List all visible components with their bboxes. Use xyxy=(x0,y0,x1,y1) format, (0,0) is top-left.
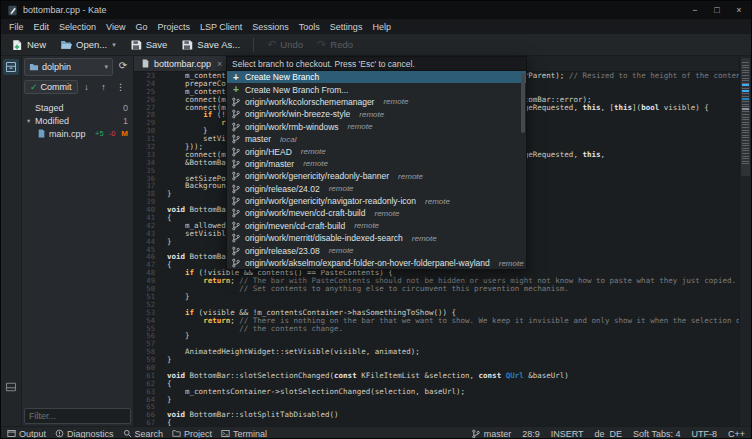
menu-projects[interactable]: Projects xyxy=(152,22,195,32)
menu-help[interactable]: Help xyxy=(367,22,396,32)
git-pull-button[interactable]: ↓ xyxy=(79,79,95,95)
project-selector-row: dolphin ▾ ⟳ xyxy=(24,58,131,76)
branch-item-origin-head[interactable]: origin/HEADremote xyxy=(227,145,526,157)
checkmark-icon: ✓ xyxy=(30,83,38,92)
menu-view[interactable]: View xyxy=(101,22,130,32)
menu-sessions[interactable]: Sessions xyxy=(247,22,294,32)
branch-item-origin-work-kcolorschememanager[interactable]: origin/work/kcolorschememanagerremote xyxy=(227,96,526,108)
branch-item-origin-release-23-08[interactable]: origin/release/23.08remote xyxy=(227,244,526,256)
branch-icon xyxy=(231,221,241,231)
create-branch-item-create-new-branch[interactable]: +Create New Branch xyxy=(227,71,526,83)
encoding[interactable]: UTF-8 xyxy=(691,429,717,439)
git-toolbar-row: ✓ Commit ↓ ↑ ⋮ xyxy=(24,78,131,96)
branch-label: Create New Branch xyxy=(245,72,319,82)
branch-scope-tag: remote xyxy=(425,197,450,206)
branch-item-origin-work-rmb-windows[interactable]: origin/work/rmb-windowsremote xyxy=(227,121,526,133)
branch-label: origin/HEAD xyxy=(245,147,292,157)
git-branch-status-label: master xyxy=(484,429,512,439)
redo-button: ↷Redo xyxy=(311,37,359,52)
branch-label: origin/work/kcolorschememanager xyxy=(245,97,374,107)
branch-scope-tag: remote xyxy=(412,234,437,243)
git-section-modified[interactable]: ▾Modified1 xyxy=(24,114,131,127)
git-file-label: main.cpp xyxy=(49,129,86,139)
code-line: } xyxy=(167,396,739,404)
project-filter-input[interactable] xyxy=(24,408,131,424)
branch-label: origin/work/genericity/navigator-readonl… xyxy=(245,196,416,206)
main-toolbar: NewOpen...▾SaveSave As...↶Undo↷Redo xyxy=(1,34,751,56)
dictionary[interactable]: de_DE xyxy=(595,429,623,439)
input-mode[interactable]: INSERT xyxy=(551,429,584,439)
status-bar: OutputDiagnosticsSearchProjectTerminal m… xyxy=(1,426,751,439)
branch-item-origin-work-merritt-disable-indexed-search[interactable]: origin/work/merritt/disable-indexed-sear… xyxy=(227,232,526,244)
tab-bottombar-cpp[interactable]: bottombar.cpp × xyxy=(134,56,230,71)
open-folder-icon xyxy=(60,39,72,51)
save-as-button[interactable]: Save As... xyxy=(175,37,246,53)
statusbar-panel-diagnostics[interactable]: Diagnostics xyxy=(55,429,114,439)
branch-item-master[interactable]: masterlocal xyxy=(227,133,526,145)
git-section-count: 0 xyxy=(123,103,128,113)
branch-item-origin-work-meven-cd-craft-build[interactable]: origin/work/meven/cd-craft-buildremote xyxy=(227,207,526,219)
close-button[interactable]: × xyxy=(733,5,745,15)
git-branch-status[interactable]: master xyxy=(471,429,512,439)
statusbar-panel-label: Terminal xyxy=(233,429,267,439)
maximize-button[interactable]: □ xyxy=(711,5,723,15)
branch-item-origin-work-akselmo-expand-folder-on-hover-folderpanel-wayland[interactable]: origin/work/akselmo/expand-folder-on-hov… xyxy=(227,257,526,269)
undo-icon: ↶ xyxy=(267,39,276,50)
project-name: dolphin xyxy=(42,62,71,72)
statusbar-panel-terminal[interactable]: Terminal xyxy=(221,429,267,439)
statusbar-panel-output[interactable]: Output xyxy=(7,429,46,439)
branch-label: origin/meven/cd-craft-build xyxy=(245,221,345,231)
projects-sidebar-toggle[interactable] xyxy=(3,59,19,75)
tab-close-icon[interactable]: × xyxy=(217,59,222,69)
create-branch-item-create-new-branch-from[interactable]: +Create New Branch From... xyxy=(227,83,526,95)
minimize-button[interactable]: − xyxy=(689,5,701,15)
branch-icon xyxy=(231,147,241,157)
branch-label: origin/work/rmb-windows xyxy=(245,122,339,132)
popup-header: Select branch to checkout. Press 'Esc' t… xyxy=(227,57,526,71)
menu-settings[interactable]: Settings xyxy=(325,22,368,32)
scrollbar-minimap[interactable] xyxy=(739,56,751,426)
git-file-main-cpp[interactable]: main.cpp+5-0M xyxy=(24,127,131,140)
branch-icon xyxy=(231,184,241,194)
git-push-button[interactable]: ↑ xyxy=(96,79,112,95)
refresh-button[interactable]: ⟳ xyxy=(115,58,131,74)
new-button-label: New xyxy=(27,39,46,50)
open-button[interactable]: Open...▾ xyxy=(54,37,122,53)
menu-edit[interactable]: Edit xyxy=(29,22,55,32)
new-button[interactable]: New xyxy=(5,37,52,53)
tab-settings[interactable]: Soft Tabs: 4 xyxy=(633,429,680,439)
menu-go[interactable]: Go xyxy=(130,22,152,32)
project-selector[interactable]: dolphin ▾ xyxy=(24,58,113,76)
save-button[interactable]: Save xyxy=(124,37,174,53)
git-section-staged[interactable]: Staged0 xyxy=(24,101,131,114)
menu-selection[interactable]: Selection xyxy=(54,22,101,32)
branch-list: +Create New Branch+Create New Branch Fro… xyxy=(227,71,526,269)
branch-item-origin-release-24-02[interactable]: origin/release/24.02remote xyxy=(227,183,526,195)
branch-item-origin-work-win-breeze-style[interactable]: origin/work/win-breeze-styleremote xyxy=(227,108,526,120)
menu-file[interactable]: File xyxy=(4,22,29,32)
documents-sidebar-toggle[interactable] xyxy=(3,379,19,395)
branch-scope-tag: remote xyxy=(301,147,326,156)
code-line: // the contents change. xyxy=(167,325,739,333)
kate-window: bottombar.cpp - Kate − □ × FileEditSelec… xyxy=(0,0,752,439)
menu-tools[interactable]: Tools xyxy=(294,22,325,32)
branch-item-origin-master[interactable]: origin/masterremote xyxy=(227,158,526,170)
lines-added-badge: +5 xyxy=(95,129,104,138)
menu-lsp-client[interactable]: LSP Client xyxy=(195,22,247,32)
commit-button[interactable]: ✓ Commit xyxy=(24,80,78,94)
git-section-label: Staged xyxy=(35,103,64,113)
branch-item-origin-work-genericity-readonly-banner[interactable]: origin/work/genericity/readonly-bannerre… xyxy=(227,170,526,182)
branch-icon xyxy=(231,246,241,256)
syntax-mode[interactable]: C++ xyxy=(728,429,745,439)
statusbar-panel-search[interactable]: Search xyxy=(123,429,164,439)
kate-app-icon xyxy=(7,5,18,16)
menu-bar: FileEditSelectionViewGoProjectsLSP Clien… xyxy=(1,19,751,34)
popup-scrollbar[interactable] xyxy=(521,73,525,133)
branch-item-origin-meven-cd-craft-build[interactable]: origin/meven/cd-craft-buildremote xyxy=(227,220,526,232)
branch-icon xyxy=(231,171,241,181)
branch-item-origin-work-genericity-navigator-readonly-icon[interactable]: origin/work/genericity/navigator-readonl… xyxy=(227,195,526,207)
git-menu-button[interactable]: ⋮ xyxy=(113,79,129,95)
cursor-position[interactable]: 28:9 xyxy=(522,429,540,439)
statusbar-panel-project[interactable]: Project xyxy=(172,429,212,439)
code-line: } xyxy=(167,356,739,364)
